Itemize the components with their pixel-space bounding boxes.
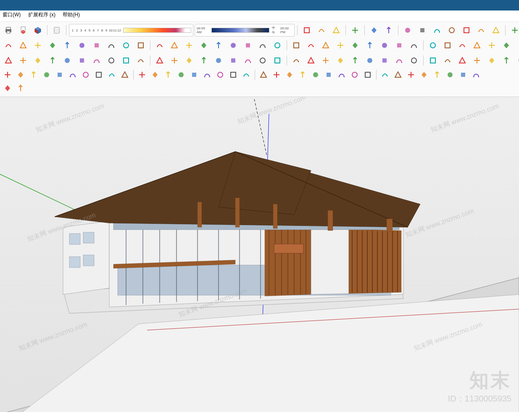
dbl-line-icon[interactable] — [168, 39, 181, 52]
blob1-icon[interactable] — [297, 69, 308, 81]
iso-icon[interactable] — [416, 24, 429, 37]
comp-icon[interactable] — [456, 39, 469, 52]
poly-blue2-icon[interactable] — [258, 69, 269, 81]
diamond-y-icon[interactable] — [153, 54, 166, 67]
calendar-icon[interactable] — [514, 39, 519, 52]
lumion-icon[interactable] — [212, 54, 225, 67]
circle3-icon[interactable] — [134, 54, 148, 67]
arc-red-icon[interactable] — [2, 54, 15, 67]
time-gradient[interactable] — [211, 28, 269, 33]
road-ramp-icon[interactable] — [75, 39, 89, 52]
poly-blue-icon[interactable] — [240, 69, 252, 81]
print-icon[interactable] — [2, 24, 15, 37]
up-org2-icon[interactable] — [470, 54, 484, 67]
q-blue-icon[interactable] — [444, 69, 456, 81]
up-red-f-icon[interactable] — [441, 54, 454, 67]
cube-r-icon[interactable] — [348, 54, 362, 67]
sphere-icon[interactable] — [336, 69, 348, 81]
3d-viewport[interactable]: 知末网 www.znzmo.com 知末网 www.znzmo.com 知末网 … — [0, 97, 519, 412]
screen-cam-icon[interactable] — [290, 54, 303, 67]
dot-icon[interactable] — [290, 39, 303, 52]
road-cross-icon[interactable] — [46, 39, 59, 52]
view-right-icon[interactable] — [489, 24, 503, 37]
curve-icon[interactable] — [271, 39, 284, 52]
road-join-icon[interactable] — [31, 39, 45, 52]
wave-icon[interactable] — [256, 39, 269, 52]
sun-y-icon[interactable] — [227, 69, 239, 81]
rect-orange-icon[interactable] — [16, 54, 30, 67]
circle2-icon[interactable] — [105, 54, 118, 67]
view-top-icon[interactable] — [430, 24, 444, 37]
doc-new-icon[interactable] — [15, 82, 26, 94]
up-blue2-icon[interactable] — [500, 54, 513, 67]
o-cyan4-icon[interactable] — [162, 69, 174, 81]
up-mag-icon[interactable] — [514, 54, 519, 67]
divider-icon[interactable] — [407, 39, 421, 52]
box-white-icon[interactable] — [367, 24, 381, 37]
screen2-icon[interactable] — [256, 54, 269, 67]
matchphoto-icon[interactable] — [382, 24, 395, 37]
o-cyan5-icon[interactable] — [175, 69, 187, 81]
rect2-orange-icon[interactable] — [61, 54, 74, 67]
bars-icon[interactable] — [16, 39, 30, 52]
pdf-icon[interactable]: P — [16, 24, 30, 37]
road-arc-icon[interactable] — [105, 39, 118, 52]
cross-icon[interactable] — [470, 69, 482, 81]
doc2-icon[interactable] — [93, 69, 105, 81]
view-left-icon[interactable] — [474, 24, 488, 37]
pdf-icon[interactable] — [315, 24, 328, 37]
arrow-r-icon[interactable] — [271, 69, 282, 81]
bool3-icon[interactable] — [379, 69, 391, 81]
up-orange-s-icon[interactable] — [426, 54, 440, 67]
cube-icon[interactable] — [241, 39, 255, 52]
undo-arc-icon[interactable] — [134, 39, 148, 52]
brush-icon[interactable] — [197, 39, 211, 52]
dots-icon[interactable] — [304, 39, 318, 52]
shadow-time-slider[interactable]: 06:55 AM 中午 05:00 PM — [195, 24, 295, 37]
cube-y-icon[interactable] — [319, 54, 332, 67]
bool4-icon[interactable] — [392, 69, 404, 81]
blob2-icon[interactable] — [310, 69, 321, 81]
search-icon[interactable] — [470, 39, 484, 52]
shell3-icon[interactable] — [28, 69, 40, 81]
arc2-red-icon[interactable] — [46, 54, 59, 67]
shell4-icon[interactable] — [41, 69, 53, 81]
shadow-date-slider[interactable]: 123456789101112 — [69, 24, 193, 37]
play-icon[interactable] — [227, 54, 240, 67]
hex-y-icon[interactable] — [197, 54, 211, 67]
o-cyan2-icon[interactable] — [136, 69, 148, 81]
spiral-orange-icon[interactable] — [31, 54, 45, 67]
menu-extensions[interactable]: 扩展程序 (x) — [28, 12, 55, 18]
stairs-icon[interactable] — [2, 39, 15, 52]
mirror-icon[interactable] — [441, 39, 454, 52]
broom-icon[interactable] — [485, 39, 498, 52]
up-red-j-icon[interactable] — [378, 54, 391, 67]
road-profile-icon[interactable] — [153, 39, 166, 52]
section-icon[interactable] — [182, 39, 196, 52]
menu-help[interactable]: 帮助(H) — [63, 12, 80, 18]
flip-h-icon[interactable] — [426, 39, 440, 52]
arc-over-icon[interactable] — [378, 39, 391, 52]
lines-icon[interactable] — [319, 39, 332, 52]
bool1-icon[interactable] — [349, 69, 361, 81]
up-green-r-icon[interactable] — [393, 54, 406, 67]
shade-xray-icon[interactable] — [508, 24, 519, 37]
grid-y-icon[interactable] — [54, 69, 66, 81]
arc-tool-icon[interactable] — [457, 69, 469, 81]
cylinder-icon[interactable] — [212, 39, 225, 52]
print-icon[interactable] — [300, 24, 314, 37]
eraser-icon[interactable] — [106, 69, 118, 81]
pack-icon[interactable] — [31, 24, 45, 37]
rhombus-y-icon[interactable] — [188, 69, 200, 81]
wrench-green-icon[interactable] — [168, 54, 181, 67]
shell1-icon[interactable] — [2, 69, 13, 81]
undo-icon[interactable] — [2, 82, 13, 94]
view-front-icon[interactable] — [445, 24, 458, 37]
cube-o-icon[interactable] — [334, 54, 347, 67]
road-curve-icon[interactable] — [61, 39, 74, 52]
circle-dbl-icon[interactable] — [119, 54, 133, 67]
blob3-icon[interactable] — [323, 69, 335, 81]
date-gradient[interactable] — [123, 28, 191, 33]
o-cyan6-icon[interactable] — [201, 69, 213, 81]
notebook-icon[interactable] — [348, 24, 362, 37]
